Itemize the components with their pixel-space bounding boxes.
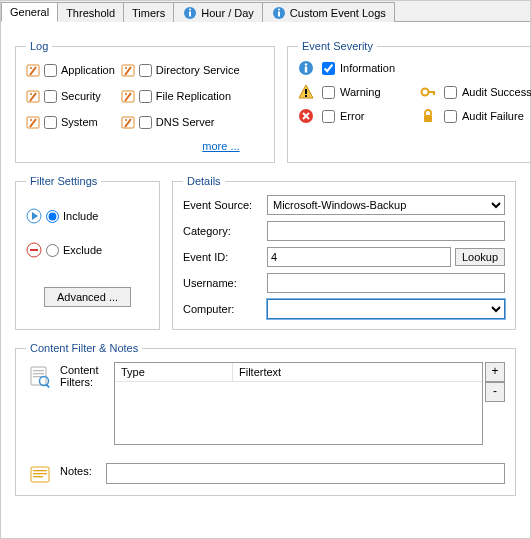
col-filtertext[interactable]: Filtertext: [233, 363, 482, 381]
label-security: Security: [61, 90, 101, 102]
log-item-filerepl: File Replication: [121, 86, 240, 106]
checkbox-audit-failure[interactable]: [444, 110, 457, 123]
svg-point-19: [305, 63, 307, 65]
error-icon: [298, 108, 314, 124]
svg-rect-26: [433, 91, 435, 95]
add-filter-button[interactable]: +: [485, 362, 505, 382]
event-id-input[interactable]: [267, 247, 451, 267]
arrow-right-icon: [26, 208, 42, 224]
warning-icon: [298, 84, 314, 100]
username-label: Username:: [183, 277, 267, 289]
minus-circle-icon: [26, 242, 42, 258]
log-item-system: System: [26, 112, 115, 132]
checkbox-warning[interactable]: [322, 86, 335, 99]
log-item-application: Application: [26, 60, 115, 80]
remove-filter-button[interactable]: -: [485, 382, 505, 402]
svg-rect-20: [305, 67, 307, 73]
content-filters-table[interactable]: Type Filtertext: [114, 362, 483, 445]
info-icon: [298, 60, 314, 76]
table-header: Type Filtertext: [115, 363, 482, 382]
svg-rect-40: [33, 470, 47, 471]
svg-point-11: [30, 119, 32, 121]
svg-rect-32: [30, 249, 38, 251]
radio-include[interactable]: [46, 210, 59, 223]
tab-general[interactable]: General: [1, 2, 58, 22]
tab-hour-day[interactable]: Hour / Day: [173, 2, 263, 22]
content-filters-icon: [26, 362, 54, 388]
severity-legend: Event Severity: [298, 40, 377, 52]
notes-input[interactable]: [106, 463, 505, 484]
svg-point-13: [125, 67, 127, 69]
svg-rect-2: [189, 11, 191, 16]
category-input[interactable]: [267, 221, 505, 241]
tab-timers[interactable]: Timers: [123, 2, 174, 22]
tab-custom-event-logs[interactable]: Custom Event Logs: [262, 2, 395, 22]
label-audit-failure: Audit Failure: [462, 110, 531, 122]
log-item-dns: DNS Server: [121, 112, 240, 132]
event-id-label: Event ID:: [183, 251, 267, 263]
checkbox-error[interactable]: [322, 110, 335, 123]
label-audit-success: Audit Success: [462, 86, 531, 98]
tab-threshold[interactable]: Threshold: [57, 2, 124, 22]
label-error: Error: [340, 110, 416, 122]
tabpanel-general: Log Application Security: [1, 22, 530, 538]
log-legend: Log: [26, 40, 52, 52]
svg-point-24: [422, 89, 429, 96]
username-input[interactable]: [267, 273, 505, 293]
content-filters-label: Content Filters:: [60, 362, 108, 388]
checkbox-filerepl[interactable]: [139, 90, 152, 103]
checkbox-information[interactable]: [322, 62, 335, 75]
label-filerepl: File Replication: [156, 90, 231, 102]
eventlog-icon: [121, 89, 135, 103]
svg-point-17: [125, 119, 127, 121]
lookup-button[interactable]: Lookup: [455, 248, 505, 266]
notes-icon: [26, 463, 54, 485]
col-type[interactable]: Type: [115, 363, 233, 381]
details-legend: Details: [183, 175, 225, 187]
eventlog-icon: [26, 63, 40, 77]
notes-label: Notes:: [60, 463, 100, 477]
computer-label: Computer:: [183, 303, 267, 315]
checkbox-application[interactable]: [44, 64, 57, 77]
log-fieldset: Log Application Security: [15, 40, 275, 163]
radio-exclude[interactable]: [46, 244, 59, 257]
svg-rect-5: [278, 11, 280, 16]
table-body: [115, 382, 482, 444]
label-application: Application: [61, 64, 115, 76]
more-link[interactable]: more ...: [121, 140, 240, 152]
info-icon: [182, 5, 198, 21]
label-include: Include: [63, 210, 98, 222]
checkbox-dns[interactable]: [139, 116, 152, 129]
svg-rect-35: [33, 373, 44, 374]
checkbox-system[interactable]: [44, 116, 57, 129]
filter-legend: Filter Settings: [26, 175, 101, 187]
event-source-select[interactable]: Microsoft-Windows-Backup: [267, 195, 505, 215]
checkbox-security[interactable]: [44, 90, 57, 103]
lock-icon: [420, 108, 436, 124]
eventlog-icon: [121, 63, 135, 77]
svg-rect-23: [305, 95, 307, 97]
advanced-button[interactable]: Advanced ...: [44, 287, 131, 307]
eventlog-icon: [121, 115, 135, 129]
details-fieldset: Details Event Source: Microsoft-Windows-…: [172, 175, 516, 330]
svg-point-4: [278, 8, 280, 10]
svg-rect-41: [33, 473, 47, 474]
label-warning: Warning: [340, 86, 416, 98]
svg-point-9: [30, 93, 32, 95]
log-item-security: Security: [26, 86, 115, 106]
label-exclude: Exclude: [63, 244, 102, 256]
svg-point-15: [125, 93, 127, 95]
content-fieldset: Content Filter & Notes Content Filters: …: [15, 342, 516, 496]
eventlog-icon: [26, 89, 40, 103]
svg-point-7: [30, 67, 32, 69]
info-icon: [271, 5, 287, 21]
log-item-directory: Directory Service: [121, 60, 240, 80]
computer-select[interactable]: [267, 299, 505, 319]
category-label: Category:: [183, 225, 267, 237]
content-legend: Content Filter & Notes: [26, 342, 142, 354]
checkbox-audit-success[interactable]: [444, 86, 457, 99]
label-information: Information: [340, 62, 416, 74]
tab-strip: General Threshold Timers Hour / Day Cust…: [1, 1, 530, 22]
key-icon: [420, 84, 436, 100]
checkbox-directory[interactable]: [139, 64, 152, 77]
